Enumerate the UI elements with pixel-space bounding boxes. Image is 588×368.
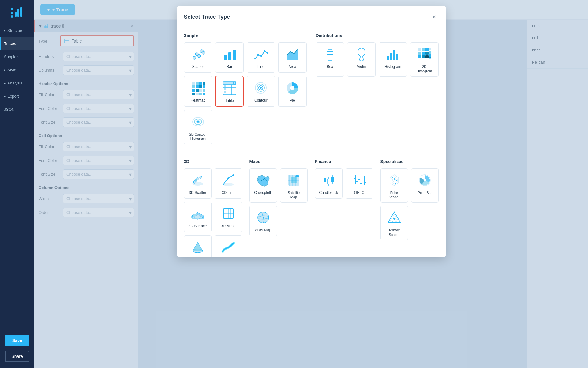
svg-rect-88 (429, 51, 431, 54)
chevron-right-icon: ▸ (4, 29, 6, 32)
trace-item-3d-scatter[interactable]: 3D Scatter (184, 168, 212, 199)
2d-contour-hist-label: 2D ContourHistogram (189, 132, 207, 141)
bar-icon (221, 46, 238, 63)
trace-item-streamtube[interactable]: Streamtube (215, 235, 242, 257)
svg-point-149 (424, 179, 426, 181)
modal-overlay: Select Trace Type × Simple (34, 0, 588, 368)
trace-item-2d-contour-hist[interactable]: 2D ContourHistogram (184, 110, 212, 144)
svg-rect-39 (203, 89, 205, 92)
trace-item-3d-mesh[interactable]: 3D Mesh (215, 202, 242, 232)
trace-item-3d-surface[interactable]: 3D Surface (184, 202, 212, 232)
trace-item-polar-scatter[interactable]: PolarScatter (380, 168, 408, 203)
svg-rect-84 (422, 55, 425, 58)
share-button[interactable]: Share (5, 351, 29, 362)
sidebar-item-analysis[interactable]: ▸ Analysis (0, 76, 34, 90)
polar-scatter-icon (386, 172, 403, 189)
trace-item-contour[interactable]: Contour (247, 76, 275, 107)
trace-item-cone[interactable]: Cone (184, 235, 212, 257)
svg-point-146 (392, 177, 393, 178)
svg-rect-81 (422, 52, 425, 55)
svg-point-155 (395, 221, 397, 222)
trace-item-2d-histogram[interactable]: 2DHistogram (410, 42, 439, 77)
trace-item-scatter[interactable]: Scatter (184, 42, 212, 73)
svg-rect-53 (224, 85, 226, 87)
svg-point-24 (260, 55, 262, 57)
svg-point-25 (264, 50, 265, 52)
svg-rect-77 (418, 48, 421, 51)
svg-rect-3 (15, 12, 17, 17)
svg-rect-55 (224, 91, 226, 93)
scatter-label: Scatter (192, 65, 204, 69)
sidebar-item-json[interactable]: JSON (0, 103, 34, 116)
modal-body: Simple (177, 27, 446, 257)
chevron-right-icon: ▸ (4, 68, 6, 72)
svg-point-18 (202, 51, 205, 54)
candlestick-icon (320, 172, 337, 189)
trace-item-candlestick[interactable]: Candlestick (315, 168, 343, 199)
sidebar-item-export[interactable]: ▸ Export (0, 90, 34, 103)
trace-item-ternary-scatter[interactable]: TernaryScatter (380, 206, 408, 240)
3d-section: 3D (184, 159, 242, 257)
trace-item-histogram[interactable]: Histogram (379, 42, 407, 77)
svg-rect-37 (196, 89, 199, 92)
3d-surface-icon (189, 205, 206, 222)
2d-histogram-label: 2DHistogram (417, 65, 432, 73)
svg-rect-90 (429, 57, 431, 58)
svg-point-153 (393, 218, 395, 220)
trace-item-polar-bar[interactable]: Polar Bar (411, 168, 439, 203)
modal-title: Select Trace Type (184, 14, 230, 20)
sidebar-item-subplots[interactable]: Subplots (0, 50, 34, 63)
svg-rect-114 (291, 177, 297, 183)
svg-rect-4 (17, 9, 19, 17)
3d-scatter-label: 3D Scatter (189, 191, 206, 195)
polar-bar-icon (416, 172, 433, 189)
3d-title: 3D (184, 159, 242, 164)
svg-point-99 (232, 174, 234, 176)
svg-point-59 (260, 87, 262, 89)
trace-item-table[interactable]: Table (215, 76, 244, 107)
trace-item-line[interactable]: Line (247, 42, 275, 73)
pie-icon (284, 79, 301, 96)
svg-rect-19 (224, 55, 227, 60)
trace-item-choropleth[interactable]: Choropleth (249, 168, 277, 203)
svg-rect-82 (425, 52, 429, 55)
svg-point-0 (11, 8, 13, 10)
svg-rect-74 (390, 53, 392, 60)
trace-type-modal: Select Trace Type × Simple (177, 6, 446, 257)
trace-item-ohlc[interactable]: OHLC (346, 168, 373, 199)
trace-item-box[interactable]: Box (316, 42, 344, 77)
modal-close-button[interactable]: × (430, 12, 439, 22)
trace-item-heatmap[interactable]: Heatmap (184, 76, 212, 107)
svg-rect-73 (387, 56, 389, 60)
svg-rect-78 (422, 48, 425, 51)
heatmap-icon (189, 79, 207, 96)
trace-item-area[interactable]: Area (278, 42, 307, 73)
trace-item-pie[interactable]: Pie (278, 76, 307, 107)
sidebar-item-label: Analysis (7, 81, 22, 85)
sidebar-item-style[interactable]: ▸ Style (0, 63, 34, 76)
svg-rect-33 (196, 85, 199, 88)
distributions-section: Distributions (316, 33, 439, 144)
area-label: Area (288, 65, 296, 69)
svg-rect-31 (203, 82, 205, 85)
left-sidebar: ▸ Structure Traces Subplots ▸ Style ▸ An… (0, 0, 34, 368)
trace-item-atlas-map[interactable]: Atlas Map (249, 206, 277, 236)
polar-bar-label: Polar Bar (418, 191, 432, 195)
line-icon (252, 46, 269, 63)
sidebar-item-label: Subplots (4, 54, 20, 59)
svg-rect-32 (192, 85, 195, 88)
trace-item-satellite-map[interactable]: SatelliteMap (280, 168, 308, 203)
trace-item-violin[interactable]: Violin (347, 42, 376, 77)
save-button[interactable]: Save (5, 335, 29, 346)
modal-header: Select Trace Type × (177, 6, 446, 27)
svg-rect-34 (199, 85, 202, 88)
sidebar-item-traces[interactable]: Traces (0, 37, 34, 50)
trace-item-3d-line[interactable]: 3D Line (215, 168, 242, 199)
trace-item-bar[interactable]: Bar (215, 42, 244, 73)
sidebar-item-structure[interactable]: ▸ Structure (0, 24, 34, 37)
simple-section: Simple (184, 33, 307, 144)
svg-point-65 (197, 121, 199, 123)
violin-label: Violin (357, 65, 366, 69)
svg-rect-42 (199, 93, 202, 95)
heatmap-label: Heatmap (191, 98, 206, 103)
